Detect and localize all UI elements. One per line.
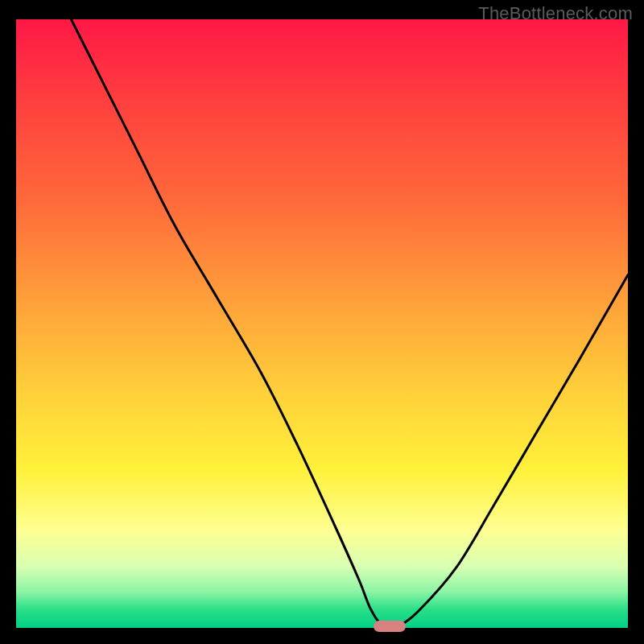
chart-frame: TheBottleneck.com — [0, 0, 644, 644]
plot-area — [16, 19, 628, 628]
bottleneck-curve — [16, 19, 628, 628]
minimum-marker — [374, 621, 406, 632]
curve-path — [71, 19, 628, 628]
